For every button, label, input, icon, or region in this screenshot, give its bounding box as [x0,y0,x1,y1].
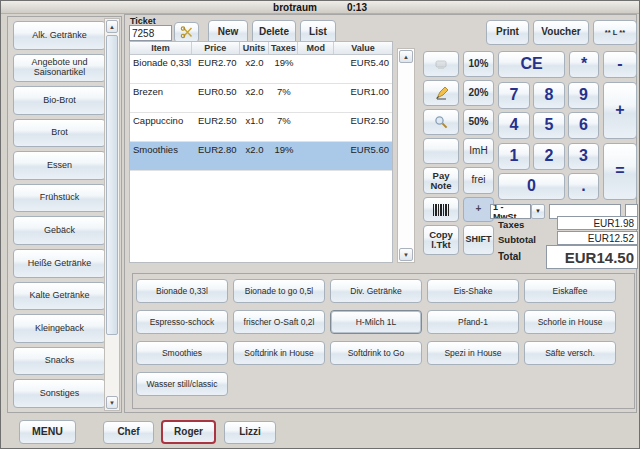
key-0[interactable]: 0 [498,173,565,200]
cell-units: x2.0 [240,55,270,83]
key-plus[interactable]: + [603,82,637,139]
discount-20-button[interactable]: 20% [463,80,494,106]
product-button[interactable]: Spezi in House [427,341,519,365]
category-button[interactable]: Frühstück [13,184,106,213]
product-button[interactable]: Wasser still/classic [136,372,228,396]
category-button[interactable]: Kleingeback [13,314,106,343]
cell-mod [298,55,334,83]
product-button[interactable]: Schorle in House [524,310,616,334]
total-label: Total [498,251,521,262]
product-button[interactable]: Pfand-1 [427,310,519,334]
column-header[interactable]: Value [334,42,392,54]
magnifier-icon [434,115,449,130]
user-button-lizzi[interactable]: Lizzi [224,421,276,444]
table-row[interactable]: Brezen EUR0.50 x2.0 7% EUR1.00 [130,84,392,113]
blank-button[interactable] [423,138,459,164]
table-row[interactable]: Bionade 0,33l EUR2.70 x2.0 19% EUR5.40 [130,55,392,84]
key-minus[interactable]: - [603,51,637,78]
imh-button[interactable]: ImH [463,138,494,164]
voucher-button[interactable]: Voucher [533,20,589,45]
search-button[interactable] [423,109,459,135]
discount-10-button[interactable]: 10% [463,51,494,77]
pay-note-button[interactable]: Pay Note [423,167,459,194]
column-header[interactable]: Units [240,42,270,54]
key-multiply[interactable]: * [569,51,599,78]
key-3[interactable]: 3 [568,143,599,170]
scroll-up-icon[interactable]: ▲ [399,50,413,63]
edit-button[interactable] [423,80,459,106]
l-button[interactable]: ** L ** [593,20,637,45]
category-button[interactable]: Angebote und Saisonartikel [13,54,106,83]
product-button[interactable]: Eiskaffee [524,279,616,303]
category-button[interactable]: Kalte Getränke [13,282,106,311]
cell-value: EUR2.50 [334,113,392,141]
cell-taxes: 19% [269,142,298,170]
category-button[interactable]: Heiße Getränke [13,249,106,278]
pos-window: brotraum 0:13 Alk. Getränke Angebote und… [0,0,640,449]
table-row-selected[interactable]: Smoothies EUR2.80 x2.0 19% EUR5.60 [130,142,392,171]
product-button[interactable]: Div. Getränke [330,279,422,303]
column-header[interactable]: Price [192,42,240,54]
category-button[interactable]: Bio-Brot [13,86,106,115]
key-5[interactable]: 5 [533,112,565,139]
product-button[interactable]: Säfte versch. [524,341,616,365]
cell-units: x2.0 [240,84,270,112]
cell-taxes: 7% [269,113,298,141]
key-7[interactable]: 7 [498,82,530,109]
product-button[interactable]: Espresso-schock [136,310,228,334]
product-button[interactable]: Softdrink in House [233,341,325,365]
key-1[interactable]: 1 [498,143,530,170]
scroll-down-icon[interactable]: ▼ [106,396,118,409]
dropdown-arrow-icon[interactable]: ▼ [531,204,545,219]
category-button[interactable]: Alk. Getränke [13,21,106,50]
ticket-number-input[interactable] [129,25,172,41]
key-6[interactable]: 6 [568,112,599,139]
barcode-button[interactable] [423,197,459,222]
key-8[interactable]: 8 [533,82,565,109]
taxes-value: EUR1.98 [557,216,638,230]
category-button[interactable]: Gebäck [13,216,106,245]
category-scrollbar[interactable]: ▲ ▼ [104,18,120,411]
discount-50-button[interactable]: 50% [463,109,494,135]
cell-price: EUR2.70 [192,55,240,83]
table-row[interactable]: Cappuccino EUR2.50 x1.0 7% EUR2.50 [130,113,392,142]
scroll-up-icon[interactable]: ▲ [106,20,118,33]
print-button[interactable]: Print [486,20,529,45]
column-header[interactable]: Item [130,42,192,54]
key-9[interactable]: 9 [568,82,599,109]
category-button[interactable]: Snacks [13,347,106,376]
window-title: brotraum [273,2,317,13]
scroll-down-icon[interactable]: ▼ [399,248,413,261]
stamp-button[interactable] [423,51,459,77]
user-button-roger[interactable]: Roger [161,420,216,444]
category-button[interactable]: Essen [13,151,106,180]
menu-button[interactable]: MENU [19,420,76,444]
user-button-chef[interactable]: Chef [103,421,154,444]
product-button[interactable]: Eis-Shake [427,279,519,303]
key-equals[interactable]: = [603,143,637,200]
category-button[interactable]: Brot [13,119,106,148]
scrollbar-thumb[interactable] [106,35,118,335]
product-button[interactable]: Softdrink to Go [330,341,422,365]
tax-select[interactable]: 1 - MwSt... [490,204,531,219]
category-list: Alk. Getränke Angebote und Saisonartikel… [13,21,106,408]
product-button[interactable]: H-Milch 1L [330,310,422,334]
key-ce[interactable]: CE [498,51,565,78]
key-2[interactable]: 2 [533,143,565,170]
key-4[interactable]: 4 [498,112,530,139]
copy-ticket-button[interactable]: Copy l.Tkt [423,225,459,255]
scissors-button[interactable] [174,22,199,43]
product-button[interactable]: Bionade to go 0,5l [233,279,325,303]
column-header[interactable]: Mod [298,42,334,54]
frei-button[interactable]: frei [463,167,494,194]
key-dot[interactable]: . [568,173,599,200]
order-table: Item Price Units Taxes Mod Value Bionade… [129,41,393,263]
table-scrollbar[interactable]: ▲ ▼ [397,48,415,263]
product-button[interactable]: Bionade 0,33l [136,279,228,303]
subtotal-value: EUR12.52 [557,231,638,245]
product-button[interactable]: Smoothies [136,341,228,365]
column-header[interactable]: Taxes [269,42,298,54]
category-button[interactable]: Sonstiges [13,379,106,408]
shift-button[interactable]: SHIFT [463,225,494,255]
product-button[interactable]: frischer O-Saft 0,2l [233,310,325,334]
